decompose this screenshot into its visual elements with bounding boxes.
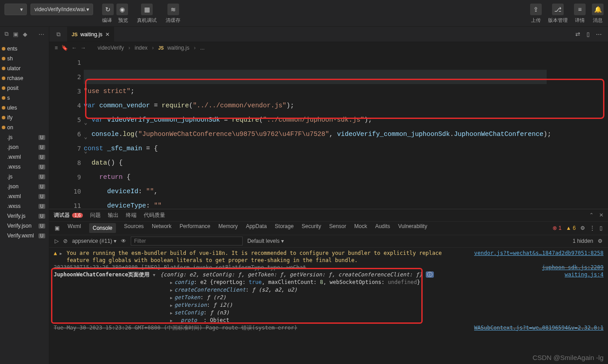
platform-selector[interactable]: ▾ [4,4,27,15]
expand-icon[interactable] [153,271,157,278]
expand-icon[interactable] [170,287,174,293]
page-selector[interactable]: videoVerify/index/wai...▾ [30,4,93,15]
devtools-tab-vulnerability[interactable]: Vulnerability [398,223,427,233]
expand-icon[interactable] [170,309,174,316]
explorer-item[interactable]: s [0,93,49,103]
devtools-tab-sensor[interactable]: Sensor [329,223,346,233]
source-link[interactable]: waiting.js:4 [565,271,604,279]
compare-icon[interactable]: ⇄ [575,31,580,38]
version-button[interactable]: ⎇ [552,4,564,15]
expand-icon[interactable] [170,302,174,308]
message-button[interactable]: 🔔 [592,4,604,15]
clear-cache-button[interactable]: ≋ [167,4,179,15]
sidebar-icon[interactable]: ◆ [23,31,27,38]
panel-tab-problems[interactable]: 问题 [90,212,101,219]
settings-icon[interactable]: ⚙ [598,238,603,244]
explorer-item[interactable]: ulator [0,63,49,73]
sidebar-icon[interactable]: ▣ [13,31,18,38]
levels-selector[interactable]: Default levels ▾ [247,238,283,244]
code-editor[interactable]: "use strict"; var common_vendor = requir… [84,54,551,209]
explorer-item[interactable]: Verify.jsU [0,211,49,221]
explorer-item[interactable]: .wxmlU [0,152,49,162]
filter-input[interactable] [131,237,243,245]
devtools-tab-appdata[interactable]: AppData [246,223,267,233]
explorer-item[interactable]: .wxmlU [0,191,49,201]
breadcrumb-item[interactable]: waiting.js [167,45,189,51]
devtools-tab-performance[interactable]: Performance [180,223,210,233]
source-link[interactable]: WASubContext.js?t=we…08196594&v=2.32.0:1 [474,324,604,331]
upload-button[interactable]: ⇪ [530,4,542,15]
compile-button[interactable]: ↻ [102,4,114,15]
detail-button[interactable]: ≡ [574,4,586,15]
console-message: You are running the esm-bundler build of… [67,250,461,264]
play-icon[interactable]: ▷ [55,238,59,244]
explorer-item[interactable]: rchase [0,73,49,83]
expand-icon[interactable] [170,317,174,323]
explorer-item[interactable]: ents [0,44,49,54]
js-file-icon: JS [158,46,163,51]
panel-tab-quality[interactable]: 代码质量 [144,212,165,219]
explorer-item[interactable]: ify [0,113,49,123]
explorer-item[interactable]: .jsonU [0,142,49,152]
source-link[interactable]: juphoon-sdk.js:2209 [542,264,604,271]
devtools-tab-mock[interactable]: Mock [354,223,367,233]
devtools-tab-audits[interactable]: Audits [375,223,390,233]
panel-tab-debugger[interactable]: 调试器 1,6 [54,212,83,219]
explorer-item[interactable]: posit [0,83,49,93]
devtools-tab-storage[interactable]: Storage [275,223,294,233]
breadcrumb-item[interactable]: videoVerify [98,45,124,51]
explorer-item[interactable]: .jsU [0,172,49,182]
editor-tab-waiting[interactable]: JS waiting.js ✕ [67,27,114,42]
expand-icon[interactable] [60,250,64,264]
clear-cache-label: 清缓存 [166,17,180,24]
breadcrumb-item[interactable]: ... [200,45,205,51]
panel-close-icon[interactable]: ✕ [599,212,604,218]
breadcrumb-item[interactable]: index [135,45,148,51]
tab-gutter-icon[interactable]: ⧉ [49,27,67,42]
panel-collapse-icon[interactable]: ⌃ [589,212,594,218]
panel-tab-terminal[interactable]: 终端 [126,212,137,219]
clear-console-icon[interactable]: ⊘ [63,238,68,244]
more-icon[interactable]: ⋮ [590,225,595,231]
panel-tab-output[interactable]: 输出 [108,212,119,219]
explorer-item[interactable]: .jsonU [0,182,49,191]
dock-icon[interactable]: ▯ [599,225,603,231]
list-icon[interactable]: ≡ [55,45,58,51]
explorer-item[interactable]: ules [0,103,49,113]
explorer-item[interactable]: Verify.jsonU [0,221,49,231]
devtools-tab-network[interactable]: Network [152,223,171,233]
line-gutter: 1234 5678 910111213 [59,54,84,209]
devtools-tab-sources[interactable]: Sources [124,223,144,233]
console-output[interactable]: ▲ You are running the esm-bundler build … [49,248,608,364]
explorer-item[interactable]: sh [0,54,49,63]
sidebar-icon[interactable]: ⧉ [4,30,9,38]
expand-icon[interactable] [170,279,174,285]
bookmark-icon[interactable]: 🔖 [61,45,68,51]
devtools-tab-memory[interactable]: Memory [218,223,238,233]
explorer-item[interactable]: .wxssU [0,201,49,211]
close-tab-icon[interactable]: ✕ [105,31,110,38]
explorer-item[interactable]: .wxssU [0,162,49,172]
context-selector[interactable]: appservice (#11) ▾ [72,238,116,244]
back-icon[interactable]: ← [72,45,77,51]
split-icon[interactable]: ▯ [587,31,590,38]
error-count[interactable]: ⊗ 1 [552,225,561,231]
more-icon[interactable]: ⋯ [596,31,602,38]
sidebar-more-icon[interactable]: ⋯ [39,31,44,38]
preview-button[interactable]: ◉ [116,4,128,15]
devtools-tab-wxml[interactable]: Wxml [68,223,81,233]
preview-label: 预览 [118,17,128,24]
devtools-tab-console[interactable]: Console [89,223,116,233]
expand-icon[interactable] [170,294,174,301]
remote-debug-button[interactable]: ▦ [141,4,153,15]
devtools-tab-security[interactable]: Security [302,223,321,233]
eye-icon[interactable]: 👁 [121,238,126,244]
source-link[interactable]: vendor.js?t=wechat&s…1847ad2db97051:8258 [474,250,604,264]
forward-icon[interactable]: → [81,45,86,51]
settings-icon[interactable]: ⚙ [580,225,585,231]
explorer-item[interactable]: .jsU [0,132,49,142]
explorer-item[interactable]: on [0,123,49,132]
warn-count[interactable]: ▲ 6 [566,225,576,231]
explorer-item[interactable]: Verify.wxmlU [0,231,49,241]
devtools-inspect-icon[interactable]: ▣ [55,225,60,231]
